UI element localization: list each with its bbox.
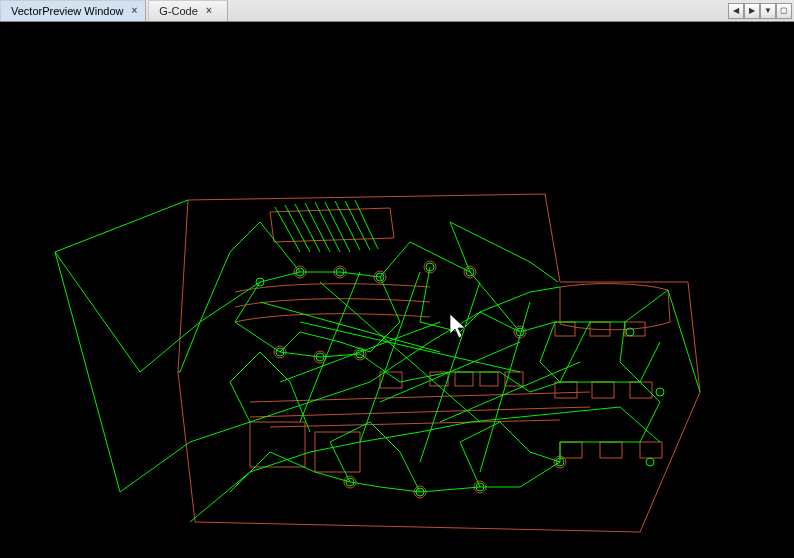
svg-rect-9 [640,442,662,458]
tab-bar: VectorPreview Window × G-Code × ◀ ▶ ▼ ▢ [0,0,794,22]
svg-line-31 [285,205,310,252]
svg-rect-10 [250,422,305,467]
prev-tab-button[interactable]: ◀ [728,3,744,19]
tab-label: VectorPreview Window [11,5,124,17]
close-icon[interactable]: × [132,6,138,16]
vector-preview-viewport[interactable] [0,22,794,558]
tab-menu-button[interactable]: ▼ [760,3,776,19]
svg-rect-8 [600,442,622,458]
chevron-down-icon: ▼ [764,6,772,15]
svg-point-55 [646,458,654,466]
svg-rect-16 [380,372,402,388]
svg-rect-7 [560,442,582,458]
chevron-right-icon: ▶ [749,6,755,15]
travel-paths [55,200,700,522]
svg-rect-13 [455,372,473,386]
next-tab-button[interactable]: ▶ [744,3,760,19]
tab-vector-preview[interactable]: VectorPreview Window × [0,0,146,21]
tab-nav: ◀ ▶ ▼ ▢ [726,0,794,21]
close-icon[interactable]: × [206,6,212,16]
svg-line-63 [280,322,440,382]
chevron-left-icon: ◀ [733,6,739,15]
svg-point-54 [656,388,664,396]
svg-rect-4 [555,382,577,398]
tab-g-code[interactable]: G-Code × [148,0,228,21]
svg-rect-5 [592,382,614,398]
svg-line-57 [300,322,520,372]
maximize-icon: ▢ [780,6,788,15]
svg-line-56 [320,282,480,422]
svg-rect-14 [480,372,498,386]
svg-line-59 [360,272,420,442]
preview-canvas[interactable] [0,22,794,558]
maximize-button[interactable]: ▢ [776,3,792,19]
svg-line-38 [355,200,378,249]
tab-list: VectorPreview Window × G-Code × [0,0,726,21]
tab-label: G-Code [159,5,198,17]
svg-rect-1 [555,322,575,336]
svg-line-36 [335,201,360,250]
